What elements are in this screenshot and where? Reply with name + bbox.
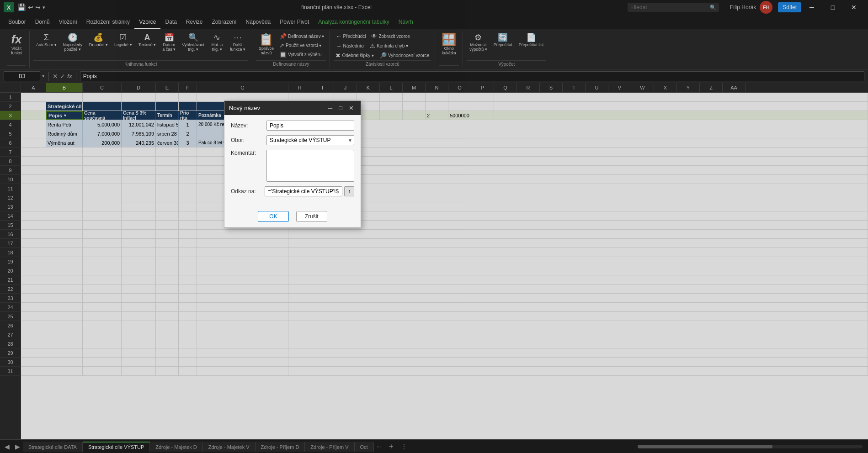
- dialog-title-label: Nový název: [229, 105, 260, 111]
- dialog-maximize-button[interactable]: □: [336, 104, 345, 112]
- dialog-footer: OK Zrušit: [224, 207, 361, 227]
- dialog-title-controls: ─ □ ✕: [326, 104, 356, 112]
- dialog-body: Název: Obor: Strategické cíle VÝSTUP ▼ K…: [224, 115, 361, 207]
- dialog-obor-wrap: Strategické cíle VÝSTUP ▼: [266, 135, 354, 145]
- dialog-komentar-textarea[interactable]: [266, 150, 354, 182]
- dialog-komentar-row: Komentář:: [231, 150, 354, 182]
- new-name-dialog: Nový název ─ □ ✕ Název: Obor: Strategick…: [224, 100, 361, 228]
- dialog-nazev-row: Název:: [231, 121, 354, 131]
- dialog-ok-button[interactable]: OK: [258, 211, 288, 222]
- dialog-obor-label: Obor:: [231, 137, 263, 143]
- dialog-minimize-button[interactable]: ─: [326, 104, 335, 112]
- dialog-close-button[interactable]: ✕: [346, 104, 356, 112]
- dialog-komentar-label: Komentář:: [231, 150, 263, 156]
- dialog-cancel-button[interactable]: Zrušit: [296, 211, 327, 222]
- dialog-nazev-label: Název:: [231, 122, 263, 129]
- dialog-odkaz-row: Odkaz na: ↑: [231, 186, 354, 196]
- dialog-ref-collapse-button[interactable]: ↑: [344, 186, 354, 196]
- dialog-obor-select[interactable]: Strategické cíle VÝSTUP: [266, 135, 354, 145]
- dialog-title-bar: Nový název ─ □ ✕: [224, 101, 361, 115]
- dialog-obor-row: Obor: Strategické cíle VÝSTUP ▼: [231, 135, 354, 145]
- dialog-odkaz-input[interactable]: [265, 186, 342, 196]
- dialog-overlay: Nový název ─ □ ✕ Název: Obor: Strategick…: [0, 0, 868, 453]
- dialog-nazev-input[interactable]: [266, 121, 354, 131]
- dialog-odkaz-label: Odkaz na:: [231, 188, 263, 195]
